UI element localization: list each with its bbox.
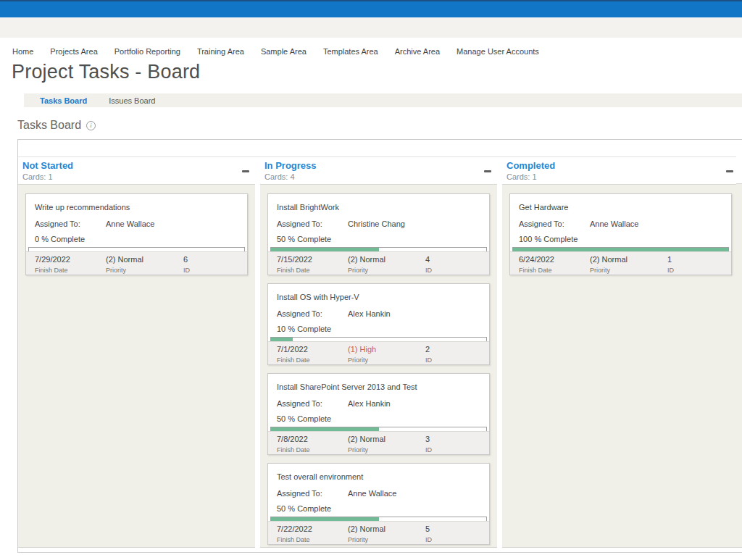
partial-column-body	[736, 183, 742, 548]
collapse-column-icon[interactable]	[726, 170, 733, 172]
card-footer: 7/8/2022(2) Normal3Finish DatePriorityID	[268, 431, 489, 454]
card-footer-labels: Finish DatePriorityID	[35, 267, 247, 274]
column-header: In ProgressCards: 4	[260, 157, 497, 184]
percent-complete-label: 50 % Complete	[268, 235, 489, 243]
id-label: ID	[667, 267, 731, 274]
finish-date-label: Finish Date	[277, 446, 348, 454]
card-title: Install OS with Hyper-V	[268, 284, 489, 301]
column-body: Write up recommendationsAssigned To:Anne…	[18, 184, 255, 548]
card-footer: 7/1/2022(1) High2Finish DatePriorityID	[268, 341, 489, 364]
task-card[interactable]: Install BrightWorkAssigned To:Christine …	[267, 193, 490, 275]
card-footer-values: 7/8/2022(2) Normal3	[277, 435, 489, 443]
priority-value: (2) Normal	[348, 255, 425, 264]
id-value: 1	[667, 255, 731, 264]
card-footer-values: 7/1/2022(1) High2	[277, 345, 489, 354]
card-footer: 7/29/2022(2) Normal6Finish DatePriorityI…	[26, 251, 247, 275]
id-value: 4	[425, 255, 489, 264]
task-card[interactable]: Get HardwareAssigned To:Anne Wallace100 …	[509, 193, 732, 275]
card-footer-labels: Finish DatePriorityID	[277, 267, 489, 274]
percent-complete-label: 10 % Complete	[268, 325, 489, 333]
top-nav: HomeProjects AreaPortfolio ReportingTrai…	[12, 47, 742, 56]
nav-item-training-area[interactable]: Training Area	[197, 47, 244, 56]
assigned-to-value: Anne Wallace	[590, 220, 638, 228]
board-column-completed: CompletedCards: 1Get HardwareAssigned To…	[502, 157, 739, 548]
tab-strip: Tasks BoardIssues Board	[24, 93, 742, 107]
task-card[interactable]: Install OS with Hyper-VAssigned To:Alex …	[267, 283, 490, 365]
id-label: ID	[183, 267, 247, 274]
assigned-to-row: Assigned To:Anne Wallace	[268, 489, 489, 498]
tab-tasks-board[interactable]: Tasks Board	[40, 96, 87, 105]
assigned-to-label: Assigned To:	[35, 220, 106, 228]
assigned-to-value: Anne Wallace	[348, 489, 396, 498]
finish-date-value: 7/8/2022	[277, 435, 348, 443]
info-icon[interactable]: i	[86, 121, 96, 130]
finish-date-value: 7/22/2022	[277, 525, 348, 533]
card-footer-labels: Finish DatePriorityID	[277, 446, 489, 454]
nav-item-home[interactable]: Home	[12, 47, 33, 56]
percent-complete-label: 0 % Complete	[26, 235, 247, 243]
suite-bar	[0, 1, 742, 17]
column-card-count: Cards: 4	[264, 172, 493, 181]
finish-date-value: 7/15/2022	[277, 255, 348, 264]
column-title: In Progress	[264, 160, 493, 171]
percent-complete-label: 50 % Complete	[268, 414, 489, 423]
percent-complete-label: 100 % Complete	[510, 235, 731, 243]
id-label: ID	[425, 536, 489, 543]
nav-item-projects-area[interactable]: Projects Area	[50, 47, 97, 56]
assigned-to-row: Assigned To:Alex Hankin	[268, 399, 489, 408]
column-title: Completed	[507, 160, 735, 171]
assigned-to-label: Assigned To:	[519, 220, 590, 228]
nav-item-templates-area[interactable]: Templates Area	[323, 47, 378, 56]
priority-label: Priority	[106, 267, 183, 274]
section-heading: Tasks Board i	[17, 119, 742, 132]
card-footer-labels: Finish DatePriorityID	[277, 536, 489, 543]
nav-item-sample-area[interactable]: Sample Area	[261, 47, 307, 56]
id-label: ID	[425, 267, 489, 274]
finish-date-label: Finish Date	[35, 267, 106, 274]
finish-date-value: 7/29/2022	[35, 255, 106, 264]
priority-label: Priority	[348, 267, 425, 274]
assigned-to-row: Assigned To:Anne Wallace	[510, 220, 731, 228]
task-card[interactable]: Install SharePoint Server 2013 and TestA…	[267, 373, 490, 455]
column-header: CompletedCards: 1	[502, 157, 739, 184]
column-title: Not Started	[22, 160, 251, 171]
priority-label: Priority	[590, 267, 667, 274]
id-value: 5	[425, 525, 489, 533]
priority-label: Priority	[348, 536, 425, 543]
card-footer: 7/15/2022(2) Normal4Finish DatePriorityI…	[268, 251, 489, 275]
card-title: Install BrightWork	[268, 194, 489, 212]
collapse-column-icon[interactable]	[484, 170, 491, 172]
priority-value: (2) Normal	[348, 525, 425, 533]
column-body: Install BrightWorkAssigned To:Christine …	[260, 184, 497, 548]
board-columns: Not StartedCards: 1Write up recommendati…	[18, 156, 742, 548]
nav-item-portfolio-reporting[interactable]: Portfolio Reporting	[114, 47, 180, 56]
column-card-count: Cards: 1	[507, 172, 735, 181]
id-value: 3	[425, 435, 489, 443]
tab-issues-board[interactable]: Issues Board	[109, 96, 155, 105]
column-header: Not StartedCards: 1	[18, 157, 255, 184]
assigned-to-label: Assigned To:	[277, 220, 348, 228]
page-title: Project Tasks - Board	[12, 61, 742, 83]
tasks-board: Not StartedCards: 1Write up recommendati…	[17, 139, 742, 553]
task-card[interactable]: Write up recommendationsAssigned To:Anne…	[25, 193, 248, 275]
assigned-to-label: Assigned To:	[277, 309, 348, 318]
ribbon-band	[0, 17, 742, 38]
id-value: 6	[183, 255, 247, 264]
finish-date-label: Finish Date	[277, 536, 348, 543]
collapse-column-icon[interactable]	[242, 170, 249, 172]
board-column-in-progress: In ProgressCards: 4Install BrightWorkAss…	[260, 157, 497, 548]
partial-column-header	[736, 156, 742, 183]
nav-item-manage-user-accounts[interactable]: Manage User Accounts	[457, 47, 539, 56]
assigned-to-row: Assigned To:Alex Hankin	[268, 309, 489, 318]
board-column-not-started: Not StartedCards: 1Write up recommendati…	[18, 157, 255, 548]
task-card[interactable]: Test overall environmentAssigned To:Anne…	[267, 463, 490, 545]
id-label: ID	[425, 356, 489, 364]
priority-value: (1) High	[348, 345, 425, 354]
card-footer-labels: Finish DatePriorityID	[519, 267, 731, 274]
finish-date-value: 6/24/2022	[519, 255, 590, 264]
priority-value: (2) Normal	[348, 435, 425, 443]
percent-complete-label: 50 % Complete	[268, 504, 489, 513]
assigned-to-value: Christine Chang	[348, 220, 405, 228]
card-footer: 6/24/2022(2) Normal1Finish DatePriorityI…	[510, 251, 731, 275]
nav-item-archive-area[interactable]: Archive Area	[395, 47, 440, 56]
